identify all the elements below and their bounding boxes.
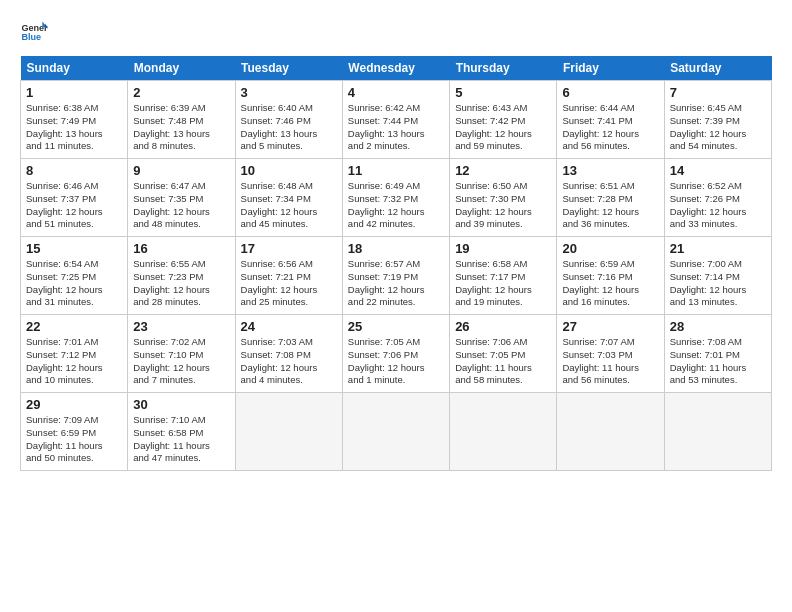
calendar-cell — [557, 393, 664, 471]
calendar-cell: 5Sunrise: 6:43 AM Sunset: 7:42 PM Daylig… — [450, 81, 557, 159]
day-number: 12 — [455, 163, 551, 178]
day-info: Sunrise: 7:06 AM Sunset: 7:05 PM Dayligh… — [455, 336, 551, 387]
day-info: Sunrise: 6:38 AM Sunset: 7:49 PM Dayligh… — [26, 102, 122, 153]
calendar-cell: 1Sunrise: 6:38 AM Sunset: 7:49 PM Daylig… — [21, 81, 128, 159]
calendar-week-5: 29Sunrise: 7:09 AM Sunset: 6:59 PM Dayli… — [21, 393, 772, 471]
day-info: Sunrise: 6:55 AM Sunset: 7:23 PM Dayligh… — [133, 258, 229, 309]
calendar-week-3: 15Sunrise: 6:54 AM Sunset: 7:25 PM Dayli… — [21, 237, 772, 315]
col-thursday: Thursday — [450, 56, 557, 81]
calendar-cell: 18Sunrise: 6:57 AM Sunset: 7:19 PM Dayli… — [342, 237, 449, 315]
day-number: 19 — [455, 241, 551, 256]
day-info: Sunrise: 7:01 AM Sunset: 7:12 PM Dayligh… — [26, 336, 122, 387]
calendar-week-2: 8Sunrise: 6:46 AM Sunset: 7:37 PM Daylig… — [21, 159, 772, 237]
calendar-cell: 9Sunrise: 6:47 AM Sunset: 7:35 PM Daylig… — [128, 159, 235, 237]
day-info: Sunrise: 6:57 AM Sunset: 7:19 PM Dayligh… — [348, 258, 444, 309]
calendar-cell — [664, 393, 771, 471]
day-number: 18 — [348, 241, 444, 256]
calendar-cell: 12Sunrise: 6:50 AM Sunset: 7:30 PM Dayli… — [450, 159, 557, 237]
day-number: 27 — [562, 319, 658, 334]
day-info: Sunrise: 6:45 AM Sunset: 7:39 PM Dayligh… — [670, 102, 766, 153]
day-number: 20 — [562, 241, 658, 256]
day-info: Sunrise: 7:03 AM Sunset: 7:08 PM Dayligh… — [241, 336, 337, 387]
calendar-week-4: 22Sunrise: 7:01 AM Sunset: 7:12 PM Dayli… — [21, 315, 772, 393]
calendar-cell: 19Sunrise: 6:58 AM Sunset: 7:17 PM Dayli… — [450, 237, 557, 315]
day-number: 5 — [455, 85, 551, 100]
col-friday: Friday — [557, 56, 664, 81]
day-info: Sunrise: 7:08 AM Sunset: 7:01 PM Dayligh… — [670, 336, 766, 387]
day-number: 8 — [26, 163, 122, 178]
day-info: Sunrise: 6:42 AM Sunset: 7:44 PM Dayligh… — [348, 102, 444, 153]
day-number: 24 — [241, 319, 337, 334]
calendar-cell: 11Sunrise: 6:49 AM Sunset: 7:32 PM Dayli… — [342, 159, 449, 237]
calendar-cell: 4Sunrise: 6:42 AM Sunset: 7:44 PM Daylig… — [342, 81, 449, 159]
calendar-cell: 15Sunrise: 6:54 AM Sunset: 7:25 PM Dayli… — [21, 237, 128, 315]
col-sunday: Sunday — [21, 56, 128, 81]
day-number: 11 — [348, 163, 444, 178]
day-info: Sunrise: 6:40 AM Sunset: 7:46 PM Dayligh… — [241, 102, 337, 153]
calendar-cell — [235, 393, 342, 471]
day-headers-row: Sunday Monday Tuesday Wednesday Thursday… — [21, 56, 772, 81]
logo-icon: General Blue — [20, 18, 48, 46]
day-number: 21 — [670, 241, 766, 256]
day-info: Sunrise: 6:56 AM Sunset: 7:21 PM Dayligh… — [241, 258, 337, 309]
col-monday: Monday — [128, 56, 235, 81]
day-info: Sunrise: 6:54 AM Sunset: 7:25 PM Dayligh… — [26, 258, 122, 309]
calendar-cell: 25Sunrise: 7:05 AM Sunset: 7:06 PM Dayli… — [342, 315, 449, 393]
day-info: Sunrise: 6:39 AM Sunset: 7:48 PM Dayligh… — [133, 102, 229, 153]
day-number: 10 — [241, 163, 337, 178]
day-number: 16 — [133, 241, 229, 256]
day-number: 23 — [133, 319, 229, 334]
day-info: Sunrise: 7:07 AM Sunset: 7:03 PM Dayligh… — [562, 336, 658, 387]
day-number: 6 — [562, 85, 658, 100]
day-number: 17 — [241, 241, 337, 256]
svg-text:Blue: Blue — [21, 32, 41, 42]
day-number: 7 — [670, 85, 766, 100]
day-number: 2 — [133, 85, 229, 100]
col-tuesday: Tuesday — [235, 56, 342, 81]
col-wednesday: Wednesday — [342, 56, 449, 81]
day-number: 14 — [670, 163, 766, 178]
calendar-cell: 17Sunrise: 6:56 AM Sunset: 7:21 PM Dayli… — [235, 237, 342, 315]
day-number: 15 — [26, 241, 122, 256]
calendar-cell: 2Sunrise: 6:39 AM Sunset: 7:48 PM Daylig… — [128, 81, 235, 159]
page-header: General Blue — [20, 18, 772, 46]
col-saturday: Saturday — [664, 56, 771, 81]
day-info: Sunrise: 6:44 AM Sunset: 7:41 PM Dayligh… — [562, 102, 658, 153]
day-info: Sunrise: 7:00 AM Sunset: 7:14 PM Dayligh… — [670, 258, 766, 309]
day-number: 22 — [26, 319, 122, 334]
calendar-cell: 3Sunrise: 6:40 AM Sunset: 7:46 PM Daylig… — [235, 81, 342, 159]
calendar-cell: 10Sunrise: 6:48 AM Sunset: 7:34 PM Dayli… — [235, 159, 342, 237]
day-number: 28 — [670, 319, 766, 334]
day-info: Sunrise: 6:49 AM Sunset: 7:32 PM Dayligh… — [348, 180, 444, 231]
calendar-cell: 14Sunrise: 6:52 AM Sunset: 7:26 PM Dayli… — [664, 159, 771, 237]
day-number: 3 — [241, 85, 337, 100]
calendar-table: Sunday Monday Tuesday Wednesday Thursday… — [20, 56, 772, 471]
day-info: Sunrise: 6:52 AM Sunset: 7:26 PM Dayligh… — [670, 180, 766, 231]
day-info: Sunrise: 6:47 AM Sunset: 7:35 PM Dayligh… — [133, 180, 229, 231]
calendar-cell: 29Sunrise: 7:09 AM Sunset: 6:59 PM Dayli… — [21, 393, 128, 471]
day-info: Sunrise: 7:02 AM Sunset: 7:10 PM Dayligh… — [133, 336, 229, 387]
day-number: 1 — [26, 85, 122, 100]
day-info: Sunrise: 6:58 AM Sunset: 7:17 PM Dayligh… — [455, 258, 551, 309]
logo: General Blue — [20, 18, 48, 46]
calendar-cell: 27Sunrise: 7:07 AM Sunset: 7:03 PM Dayli… — [557, 315, 664, 393]
day-number: 29 — [26, 397, 122, 412]
day-info: Sunrise: 6:43 AM Sunset: 7:42 PM Dayligh… — [455, 102, 551, 153]
calendar-cell: 8Sunrise: 6:46 AM Sunset: 7:37 PM Daylig… — [21, 159, 128, 237]
day-info: Sunrise: 6:59 AM Sunset: 7:16 PM Dayligh… — [562, 258, 658, 309]
calendar-cell — [342, 393, 449, 471]
day-number: 4 — [348, 85, 444, 100]
calendar-cell: 26Sunrise: 7:06 AM Sunset: 7:05 PM Dayli… — [450, 315, 557, 393]
day-info: Sunrise: 6:46 AM Sunset: 7:37 PM Dayligh… — [26, 180, 122, 231]
calendar-cell: 23Sunrise: 7:02 AM Sunset: 7:10 PM Dayli… — [128, 315, 235, 393]
day-number: 25 — [348, 319, 444, 334]
day-info: Sunrise: 7:05 AM Sunset: 7:06 PM Dayligh… — [348, 336, 444, 387]
calendar-cell: 6Sunrise: 6:44 AM Sunset: 7:41 PM Daylig… — [557, 81, 664, 159]
day-info: Sunrise: 6:51 AM Sunset: 7:28 PM Dayligh… — [562, 180, 658, 231]
calendar-cell: 13Sunrise: 6:51 AM Sunset: 7:28 PM Dayli… — [557, 159, 664, 237]
calendar-cell: 7Sunrise: 6:45 AM Sunset: 7:39 PM Daylig… — [664, 81, 771, 159]
day-number: 9 — [133, 163, 229, 178]
calendar-cell: 24Sunrise: 7:03 AM Sunset: 7:08 PM Dayli… — [235, 315, 342, 393]
day-info: Sunrise: 6:50 AM Sunset: 7:30 PM Dayligh… — [455, 180, 551, 231]
day-number: 13 — [562, 163, 658, 178]
